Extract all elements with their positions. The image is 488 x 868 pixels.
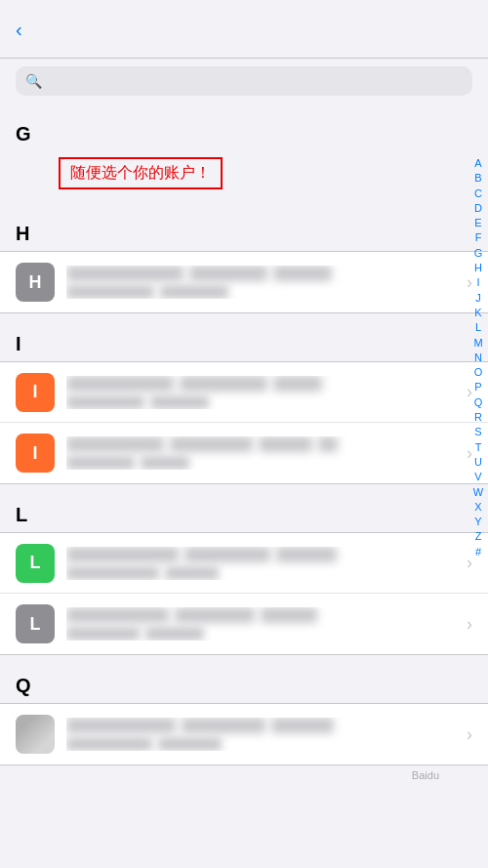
- chevron-left-icon: ‹: [16, 19, 22, 41]
- section-header-g: G: [0, 103, 488, 151]
- item-title: [66, 266, 459, 281]
- list-item[interactable]: L›: [0, 594, 488, 654]
- blurred-text: [184, 547, 270, 562]
- blurred-text: [165, 566, 219, 580]
- index-letter-x[interactable]: X: [470, 500, 486, 514]
- item-subtitle: [66, 285, 459, 299]
- index-letter-d[interactable]: D: [470, 201, 486, 215]
- index-letter-v[interactable]: V: [470, 470, 486, 483]
- blurred-text: [66, 376, 174, 392]
- blurred-text: [170, 436, 253, 452]
- blurred-text: [66, 285, 154, 299]
- index-letter-c[interactable]: C: [470, 186, 486, 200]
- item-title: [66, 718, 459, 733]
- avatar: [16, 715, 55, 754]
- list-section-q: ›: [0, 703, 488, 765]
- navigation-bar: ‹: [0, 0, 488, 59]
- blurred-text: [273, 376, 322, 392]
- list-item[interactable]: I›: [0, 362, 488, 423]
- blurred-text: [175, 607, 255, 623]
- index-letter-n[interactable]: N: [470, 351, 486, 364]
- search-container: 🔍: [0, 59, 488, 103]
- blurred-text: [66, 436, 164, 452]
- avatar: I: [16, 373, 55, 412]
- item-content: [66, 266, 459, 299]
- blurred-text: [271, 718, 334, 733]
- section-header-h: H: [0, 203, 488, 251]
- index-letter-q[interactable]: Q: [470, 395, 486, 409]
- index-letter-w[interactable]: W: [470, 485, 486, 499]
- item-title: [66, 547, 459, 562]
- index-letter-z[interactable]: Z: [470, 529, 486, 543]
- index-letter-m[interactable]: M: [470, 336, 486, 350]
- blurred-text: [273, 266, 332, 281]
- item-content: [66, 718, 459, 751]
- index-letter-f[interactable]: F: [470, 230, 486, 244]
- blurred-text: [259, 436, 312, 452]
- item-content: [66, 547, 459, 580]
- section-header-q: Q: [0, 655, 488, 703]
- index-letter-o[interactable]: O: [470, 365, 486, 379]
- item-content: [66, 376, 459, 409]
- blurred-text: [66, 456, 135, 470]
- item-content: [66, 607, 459, 641]
- section-header-i: I: [0, 313, 488, 361]
- avatar: L: [16, 604, 55, 643]
- blurred-text: [180, 376, 267, 392]
- index-letter-j[interactable]: J: [470, 291, 486, 305]
- list-section-l: L›L›: [0, 532, 488, 655]
- index-letter-l[interactable]: L: [470, 320, 486, 334]
- index-letter-h[interactable]: H: [470, 261, 486, 274]
- index-letter-a[interactable]: A: [470, 156, 486, 170]
- item-subtitle: [66, 737, 459, 751]
- avatar: I: [16, 434, 55, 473]
- search-icon: 🔍: [25, 73, 42, 89]
- index-letter-k[interactable]: K: [470, 306, 486, 319]
- avatar: L: [16, 544, 55, 583]
- index-letter-s[interactable]: S: [470, 425, 486, 438]
- item-title: [66, 607, 459, 623]
- index-letter-r[interactable]: R: [470, 410, 486, 424]
- item-subtitle: [66, 395, 459, 409]
- blurred-text: [66, 266, 183, 281]
- index-letter-t[interactable]: T: [470, 440, 486, 454]
- blurred-text: [66, 566, 159, 580]
- back-button[interactable]: ‹: [16, 19, 27, 41]
- blurred-text: [66, 395, 144, 409]
- item-title: [66, 436, 459, 452]
- index-sidebar[interactable]: ABCDEFGHIJKLMNOPQRSTUVWXYZ#: [470, 156, 486, 558]
- blurred-text: [145, 627, 204, 641]
- blurred-text: [141, 456, 189, 470]
- list-item[interactable]: H›: [0, 252, 488, 312]
- item-content: [66, 436, 459, 470]
- item-subtitle: [66, 566, 459, 580]
- index-letter-#[interactable]: #: [470, 545, 486, 558]
- blurred-text: [158, 737, 222, 751]
- index-letter-u[interactable]: U: [470, 455, 486, 469]
- watermark: Baidu: [0, 765, 488, 785]
- item-subtitle: [66, 456, 459, 470]
- search-bar[interactable]: 🔍: [16, 66, 472, 96]
- list-item[interactable]: L›: [0, 533, 488, 594]
- chevron-right-icon: ›: [467, 614, 472, 635]
- blurred-text: [182, 718, 265, 733]
- index-letter-b[interactable]: B: [470, 171, 486, 185]
- blurred-text: [261, 607, 317, 623]
- index-letter-y[interactable]: Y: [470, 515, 486, 528]
- index-letter-p[interactable]: P: [470, 380, 486, 393]
- blurred-text: [189, 266, 267, 281]
- list-item[interactable]: ›: [0, 704, 488, 765]
- blurred-text: [160, 285, 228, 299]
- blurred-text: [318, 436, 338, 452]
- blurred-text: [66, 627, 140, 641]
- index-letter-i[interactable]: I: [470, 275, 486, 289]
- blurred-text: [66, 607, 169, 623]
- chevron-right-icon: ›: [467, 724, 472, 745]
- index-letter-g[interactable]: G: [470, 246, 486, 260]
- blurred-text: [66, 718, 176, 733]
- list-item[interactable]: I›: [0, 423, 488, 483]
- item-title: [66, 376, 459, 392]
- avatar: H: [16, 263, 55, 302]
- index-letter-e[interactable]: E: [470, 216, 486, 229]
- blurred-text: [66, 547, 179, 562]
